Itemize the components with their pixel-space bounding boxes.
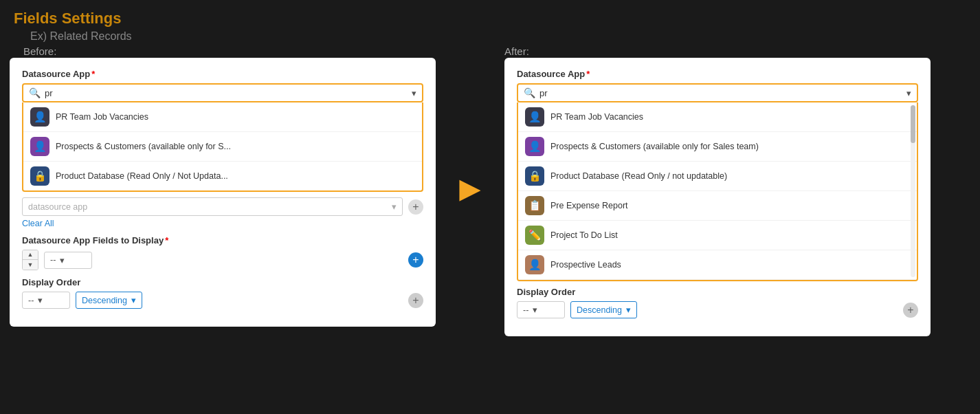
- item-label-1: PR Team Job Vacancies: [56, 112, 148, 122]
- dropdown-list-after: 👤 PR Team Job Vacancies 👤 Prospects & Cu…: [517, 102, 918, 281]
- page-subtitle: Ex) Related Records: [14, 30, 966, 43]
- page-header: Fields Settings Ex) Related Records: [0, 0, 980, 45]
- placeholder-text: datasource app: [28, 202, 87, 212]
- list-item[interactable]: 👤 Prospective Leads: [518, 250, 917, 280]
- app-icon-2: 👤: [30, 137, 49, 156]
- app-icon-after-4: 📋: [525, 196, 544, 215]
- datasource-field-after: Datasource App* 🔍 ▾ 👤 PR Team Job Vacanc…: [517, 69, 918, 281]
- add-field-button-before[interactable]: +: [408, 252, 423, 268]
- display-order-label-before: Display Order: [22, 277, 423, 287]
- app-icon-after-5: ✏️: [525, 226, 544, 245]
- display-order-row-before: -- ▾ Descending ▾ +: [22, 292, 423, 309]
- fields-select-before[interactable]: -- ▾: [44, 252, 92, 269]
- scrollbar-thumb[interactable]: [911, 105, 915, 143]
- arrow-container: ►: [436, 58, 504, 319]
- list-item[interactable]: 👤 Prospects & Customers (available only …: [518, 132, 917, 162]
- datasource-placeholder-select[interactable]: datasource app ▾: [22, 197, 403, 216]
- list-item[interactable]: 👤 PR Team Job Vacancies: [23, 102, 422, 132]
- fields-display-label-before: Datasource App Fields to Display*: [22, 235, 423, 246]
- list-item[interactable]: 🔒 Product Database (Read Only / Not Upda…: [23, 162, 422, 190]
- chevron-down-icon-placeholder: ▾: [392, 201, 397, 212]
- order-select-dash-after: --: [523, 305, 528, 315]
- order-select-dash-before: --: [28, 296, 34, 305]
- add-order-button-after[interactable]: +: [903, 303, 918, 318]
- search-input-after[interactable]: [539, 88, 906, 98]
- item-label-after-6: Prospective Leads: [550, 260, 621, 270]
- panels-row: Datasource App* 🔍 ▾ 👤 PR Team Job Vacanc…: [0, 58, 980, 336]
- app-icon-1: 👤: [30, 107, 49, 127]
- chevron-down-icon-order-after: ▾: [533, 305, 537, 315]
- item-label-after-5: Project To Do List: [550, 230, 618, 240]
- scrollbar-track[interactable]: [911, 105, 915, 277]
- app-icon-after-1: 👤: [525, 107, 544, 127]
- descending-select-after[interactable]: Descending ▾: [570, 301, 637, 318]
- descending-label-after: Descending: [577, 305, 622, 315]
- chevron-down-icon-before: ▾: [412, 88, 416, 98]
- chevron-down-icon-after: ▾: [906, 88, 911, 98]
- item-label-2: Prospects & Customers (available only fo…: [56, 142, 231, 151]
- stepper-down-before[interactable]: ▼: [23, 260, 38, 270]
- display-order-label-after: Display Order: [517, 287, 918, 297]
- fields-display-row-before: ▲ ▼ -- ▾ +: [22, 250, 423, 270]
- descending-select-before[interactable]: Descending ▾: [76, 292, 142, 309]
- after-panel: Datasource App* 🔍 ▾ 👤 PR Team Job Vacanc…: [504, 58, 931, 336]
- display-order-row-after: -- ▾ Descending ▾ +: [517, 301, 918, 318]
- datasource-field-before: Datasource App* 🔍 ▾ 👤 PR Team Job Vacanc…: [22, 69, 423, 192]
- app-icon-3: 🔒: [30, 166, 49, 186]
- dropdown-list-before: 👤 PR Team Job Vacancies 👤 Prospects & Cu…: [22, 102, 423, 192]
- datasource-label-after: Datasource App*: [517, 69, 918, 79]
- arrow-icon: ►: [452, 168, 487, 209]
- list-item[interactable]: 📋 Pre Expense Report: [518, 191, 917, 221]
- sort-stepper-before[interactable]: ▲ ▼: [22, 250, 38, 270]
- list-item[interactable]: 👤 Prospects & Customers (available only …: [23, 132, 422, 162]
- item-label-after-3: Product Database (Read Only / not updata…: [550, 171, 727, 181]
- list-item[interactable]: ✏️ Project To Do List: [518, 221, 917, 250]
- descending-label-before: Descending: [82, 296, 127, 305]
- search-icon-before: 🔍: [29, 87, 41, 98]
- labels-row: Before: After:: [0, 45, 980, 58]
- before-section-label: Before:: [10, 45, 436, 58]
- page-title: Fields Settings: [14, 10, 966, 28]
- stepper-up-before[interactable]: ▲: [23, 250, 38, 260]
- chevron-down-icon-order-before: ▾: [38, 295, 43, 305]
- chevron-down-icon-fields-before: ▾: [60, 255, 65, 265]
- datasource-label-before: Datasource App*: [22, 69, 423, 79]
- fields-select-value-before: --: [50, 255, 56, 265]
- datasource-search-before[interactable]: 🔍 ▾: [22, 83, 423, 102]
- clear-all-link[interactable]: Clear All: [22, 219, 423, 228]
- item-label-after-2: Prospects & Customers (available only fo…: [550, 142, 759, 151]
- order-select-after[interactable]: -- ▾: [517, 301, 565, 318]
- order-select-before[interactable]: -- ▾: [22, 292, 70, 309]
- before-panel: Datasource App* 🔍 ▾ 👤 PR Team Job Vacanc…: [10, 58, 436, 327]
- item-label-3: Product Database (Read Only / Not Updata…: [56, 171, 228, 181]
- chevron-down-icon-descending-after: ▾: [626, 305, 631, 315]
- search-icon-after: 🔍: [524, 87, 535, 98]
- add-order-button-before[interactable]: +: [408, 293, 423, 308]
- app-icon-after-6: 👤: [525, 255, 544, 274]
- after-section-label: After:: [504, 45, 970, 58]
- search-input-before[interactable]: [45, 88, 412, 98]
- datasource-search-after[interactable]: 🔍 ▾: [517, 83, 918, 102]
- list-item[interactable]: 🔒 Product Database (Read Only / not upda…: [518, 162, 917, 191]
- app-icon-after-2: 👤: [525, 137, 544, 156]
- item-label-after-1: PR Team Job Vacancies: [550, 112, 643, 122]
- app-icon-after-3: 🔒: [525, 166, 544, 186]
- chevron-down-icon-descending-before: ▾: [131, 295, 136, 305]
- add-datasource-button[interactable]: +: [408, 199, 423, 215]
- list-item[interactable]: 👤 PR Team Job Vacancies: [518, 102, 917, 132]
- item-label-after-4: Pre Expense Report: [550, 201, 628, 210]
